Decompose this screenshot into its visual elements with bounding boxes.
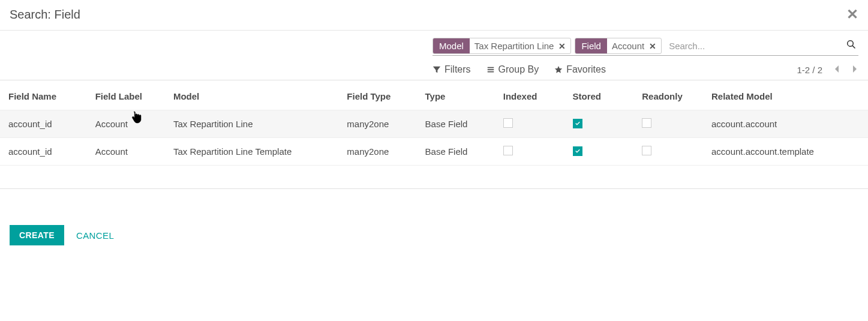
col-related-model[interactable]: Related Model: [703, 80, 868, 110]
col-model[interactable]: Model: [165, 80, 338, 110]
pager-prev[interactable]: [833, 65, 840, 75]
cell-field-label: Account: [87, 110, 165, 138]
cursor-hand-icon: [130, 110, 142, 125]
toolbar-row: Filters Group By Favorites 1-2 / 2: [433, 64, 858, 75]
modal-title: Search: Field: [10, 8, 80, 22]
table-row[interactable]: account_id Account Tax Repartition Line …: [0, 138, 868, 166]
facet-label: Field: [575, 38, 607, 53]
col-type[interactable]: Type: [417, 80, 495, 110]
pager-next[interactable]: [851, 65, 858, 75]
grid-spacer: [0, 165, 868, 189]
cell-stored: [564, 110, 634, 138]
col-field-type[interactable]: Field Type: [338, 80, 416, 110]
cell-stored: [564, 138, 634, 166]
cell-field-label: Account: [87, 138, 165, 166]
cell-indexed: [495, 110, 564, 138]
checkbox-icon: [503, 118, 513, 128]
col-indexed[interactable]: Indexed: [495, 80, 564, 110]
cell-readonly: [633, 110, 703, 138]
facet-model[interactable]: Model Tax Repartition Line ✕: [433, 38, 571, 54]
cell-field-type: many2one: [338, 110, 416, 138]
control-panel: Model Tax Repartition Line ✕ Field Accou…: [0, 31, 868, 80]
facet-value: Tax Repartition Line: [470, 38, 559, 53]
checkbox-icon: [642, 146, 651, 155]
pager-text: 1-2 / 2: [797, 65, 822, 75]
col-field-name[interactable]: Field Name: [0, 80, 87, 110]
dialog-footer: CREATE CANCEL: [0, 189, 868, 257]
checkbox-icon: [503, 146, 513, 155]
col-readonly[interactable]: Readonly: [633, 80, 703, 110]
list-icon: [486, 65, 495, 74]
facet-value: Account: [607, 38, 649, 53]
chevron-right-icon: [851, 65, 858, 73]
favorites-button[interactable]: Favorites: [554, 64, 606, 75]
col-field-label[interactable]: Field Label: [87, 80, 165, 110]
favorites-label: Favorites: [566, 64, 606, 75]
cell-readonly: [633, 138, 703, 166]
checkbox-icon: [642, 118, 651, 128]
cell-model: Tax Repartition Line Template: [165, 138, 338, 166]
close-icon[interactable]: ✕: [649, 41, 661, 51]
cell-indexed: [495, 138, 564, 166]
cell-field-name: account_id: [0, 110, 87, 138]
col-stored[interactable]: Stored: [564, 80, 634, 110]
search-bar[interactable]: Model Tax Repartition Line ✕ Field Accou…: [433, 38, 858, 56]
search-icon[interactable]: [844, 40, 858, 52]
search-input[interactable]: [665, 38, 844, 53]
cell-field-type: many2one: [338, 138, 416, 166]
facet-label: Model: [433, 38, 470, 53]
facet-field[interactable]: Field Account ✕: [575, 38, 662, 54]
group-by-button[interactable]: Group By: [486, 64, 539, 75]
group-by-label: Group By: [498, 64, 539, 75]
cell-type: Base Field: [417, 110, 495, 138]
checkbox-icon: [573, 146, 582, 156]
checkbox-icon: [573, 119, 582, 128]
create-button[interactable]: CREATE: [10, 225, 64, 245]
cell-related-model: account.account.template: [703, 138, 868, 166]
data-grid: Field Name Field Label Model Field Type …: [0, 80, 868, 189]
cell-model: Tax Repartition Line: [165, 110, 338, 138]
filter-icon: [433, 65, 441, 74]
table-header-row: Field Name Field Label Model Field Type …: [0, 80, 868, 110]
cell-type: Base Field: [417, 138, 495, 166]
close-icon[interactable]: ✕: [846, 7, 858, 22]
modal-header: Search: Field ✕: [0, 0, 868, 31]
table-row[interactable]: account_id Account Tax Repartition Line …: [0, 110, 868, 138]
close-icon[interactable]: ✕: [558, 41, 570, 51]
filters-label: Filters: [444, 64, 471, 75]
filters-button[interactable]: Filters: [433, 64, 471, 75]
cancel-button[interactable]: CANCEL: [76, 230, 114, 241]
star-icon: [554, 65, 563, 74]
chevron-left-icon: [833, 65, 840, 73]
cell-field-name: account_id: [0, 138, 87, 166]
cell-related-model: account.account: [703, 110, 868, 138]
